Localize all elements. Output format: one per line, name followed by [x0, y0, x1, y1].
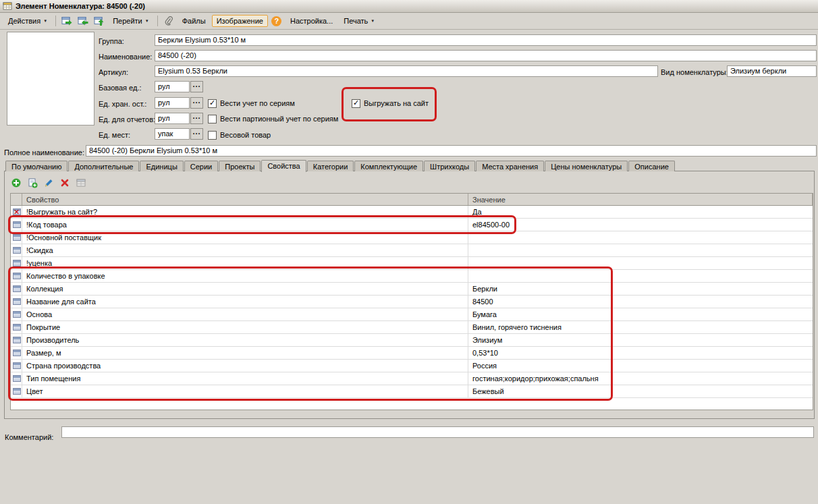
print-button[interactable]: Печать ▼	[339, 15, 379, 27]
name-input[interactable]: 84500 (-20)	[155, 50, 817, 61]
property-name-cell[interactable]: Страна производства	[22, 360, 468, 372]
property-name-cell[interactable]: Коллекция	[22, 283, 468, 295]
property-name-cell[interactable]: !Выгружать на сайт?	[22, 206, 468, 218]
tab-opisanie[interactable]: Описание	[628, 161, 675, 171]
property-name-cell[interactable]: Покрытие	[22, 321, 468, 333]
paperclip-icon[interactable]	[161, 14, 176, 28]
property-name-cell[interactable]: Количество в упаковке	[22, 270, 468, 282]
property-value-cell[interactable]: el84500-00	[468, 219, 813, 231]
property-value-cell[interactable]	[468, 244, 813, 256]
tab-po-umolchaniyu[interactable]: По умолчанию	[5, 161, 67, 171]
property-value-cell[interactable]	[468, 231, 813, 244]
batch-series-checkbox[interactable]: Вести партионный учет по сериям	[208, 114, 338, 123]
tab-tseny-nomenklatury[interactable]: Цены номенклатуры	[545, 161, 628, 171]
property-value-cell[interactable]	[468, 270, 813, 282]
tab-shtrihkody[interactable]: Штрихкоды	[424, 161, 475, 171]
table-row[interactable]: Производитель Элизиум	[11, 334, 813, 347]
property-value-cell[interactable]: Элизиум	[468, 334, 813, 346]
report-unit-input[interactable]: рул	[155, 113, 190, 124]
property-name-cell[interactable]: !Основной поставщик	[22, 231, 468, 244]
property-icon	[11, 296, 22, 308]
property-icon	[11, 206, 22, 218]
property-value-cell[interactable]: Беркли	[468, 283, 813, 295]
full-name-input[interactable]: 84500 (-20) Беркли Elysium 0.53*10 м	[86, 145, 817, 157]
property-value-cell[interactable]: гостиная;коридор;прихожая;спальня	[468, 372, 813, 385]
nomenclature-kind-input[interactable]: Элизиум беркли	[727, 65, 817, 77]
tab-proekty[interactable]: Проекты	[219, 161, 261, 171]
tab-kategorii[interactable]: Категории	[307, 161, 354, 171]
property-value-cell[interactable]: Винил, горячего тиснения	[468, 321, 813, 333]
property-name-cell[interactable]: Тип помещения	[22, 372, 468, 385]
storage-unit-picker-button[interactable]: ...	[190, 97, 203, 109]
article-input[interactable]: Elysium 0.53 Беркли	[155, 65, 658, 77]
table-row[interactable]: Количество в упаковке	[11, 270, 813, 283]
actions-button[interactable]: Действия ▼	[3, 15, 52, 27]
table-row[interactable]: !уценка	[11, 257, 813, 270]
table-row[interactable]: Размер, м 0,53*10	[11, 347, 813, 360]
table-row[interactable]: Тип помещения гостиная;коридор;прихожая;…	[11, 372, 813, 385]
property-value-cell[interactable]: Да	[468, 206, 813, 218]
properties-tab-panel: Свойство Значение !Выгружать на сайт? Да…	[4, 171, 815, 419]
table-row[interactable]: Страна производства Россия	[11, 360, 813, 372]
edit-button[interactable]	[43, 177, 55, 189]
report-unit-label: Ед. для отчетов:	[99, 114, 155, 125]
checkbox-label: Весовой товар	[220, 131, 271, 139]
table-row[interactable]: Покрытие Винил, горячего тиснения	[11, 321, 813, 334]
property-name-cell[interactable]: Размер, м	[22, 347, 468, 359]
property-value-cell[interactable]: Бежевый	[468, 385, 813, 397]
table-row[interactable]: Основа Бумага	[11, 308, 813, 321]
image-button[interactable]: Изображение	[212, 15, 268, 27]
caret-down-icon: ▼	[145, 19, 149, 23]
tab-mesta-hraneniya[interactable]: Места хранения	[476, 161, 544, 171]
report-unit-picker-button[interactable]: ...	[190, 113, 203, 124]
group-input[interactable]: Беркли Elysium 0.53*10 м	[155, 34, 817, 46]
tab-komplektuyushchie[interactable]: Комплектующие	[354, 161, 423, 171]
table-row[interactable]: Коллекция Беркли	[11, 283, 813, 296]
property-value-cell[interactable]: 84500	[468, 296, 813, 308]
window-arrow-icon-2[interactable]	[76, 14, 90, 28]
table-row[interactable]: !Основной поставщик	[11, 231, 813, 244]
table-row[interactable]: !Выгружать на сайт? Да	[11, 206, 813, 219]
files-button[interactable]: Файлы	[178, 15, 211, 27]
property-value-cell[interactable]: Россия	[468, 360, 813, 372]
tab-edinitsy[interactable]: Единицы	[140, 161, 183, 171]
table-row[interactable]: !Скидка	[11, 244, 813, 257]
property-name-cell[interactable]: !уценка	[22, 257, 468, 269]
item-image-box[interactable]	[7, 32, 94, 125]
help-icon[interactable]: ?	[269, 14, 284, 28]
place-unit-picker-button[interactable]: ...	[190, 128, 203, 140]
property-name-cell[interactable]: !Код товара	[22, 219, 468, 231]
base-unit-picker-button[interactable]: ...	[190, 81, 203, 92]
add-copy-button[interactable]	[26, 177, 38, 189]
table-row[interactable]: !Код товара el84500-00	[11, 219, 813, 231]
property-value-cell[interactable]: Бумага	[468, 308, 813, 320]
base-unit-input[interactable]: рул	[155, 81, 190, 92]
property-name-cell[interactable]: Основа	[22, 308, 468, 320]
tab-serii[interactable]: Серии	[184, 161, 218, 171]
window-arrow-icon-1[interactable]	[59, 14, 74, 28]
property-name-cell[interactable]: Цвет	[22, 385, 468, 397]
property-name-cell[interactable]: Название для сайта	[22, 296, 468, 308]
property-value-cell[interactable]	[468, 257, 813, 269]
goto-button[interactable]: Перейти ▼	[108, 15, 154, 27]
property-name-cell[interactable]: Производитель	[22, 334, 468, 346]
tab-svoystva[interactable]: Свойства	[261, 160, 306, 172]
place-unit-input[interactable]: упак	[155, 128, 190, 140]
delete-button[interactable]	[59, 177, 71, 189]
series-accounting-checkbox[interactable]: Вести учет по сериям	[208, 99, 295, 108]
settings-button[interactable]: Настройка...	[285, 15, 337, 27]
comment-input[interactable]	[61, 426, 814, 438]
tab-dopolnitelnye[interactable]: Дополнительные	[68, 161, 139, 171]
property-value-cell[interactable]: 0,53*10	[468, 347, 813, 359]
list-settings-icon[interactable]	[75, 177, 87, 189]
upload-to-site-checkbox[interactable]: Выгружать на сайт	[352, 99, 429, 108]
add-button[interactable]	[10, 177, 22, 189]
window-arrow-icon-3[interactable]	[92, 14, 107, 28]
nomenclature-element-window: Элемент Номенклатура: 84500 (-20) Действ…	[0, 0, 818, 504]
weight-goods-checkbox[interactable]: Весовой товар	[208, 130, 271, 140]
table-row[interactable]: Название для сайта 84500	[11, 296, 813, 308]
table-row[interactable]: Цвет Бежевый	[11, 385, 813, 398]
storage-unit-input[interactable]: рул	[155, 97, 190, 109]
property-name-cell[interactable]: !Скидка	[22, 244, 468, 256]
files-label: Файлы	[182, 17, 206, 25]
